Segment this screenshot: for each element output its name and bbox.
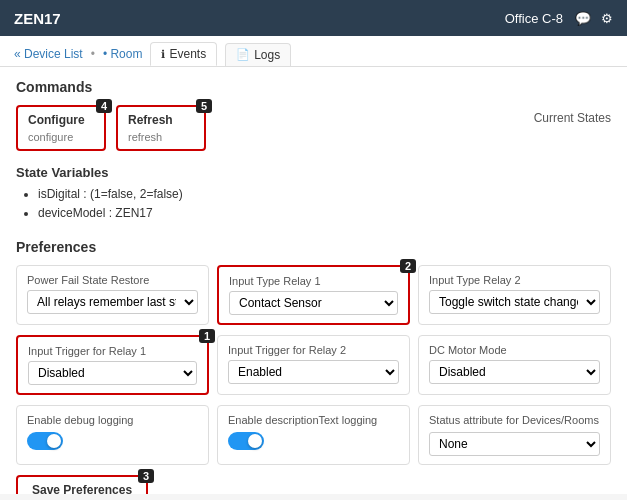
prefs-grid-row2: 1 Input Trigger for Relay 1 Disabled Ena… <box>16 335 611 395</box>
pref-input-type-relay2: Input Type Relay 2 Toggle switch state c… <box>418 265 611 325</box>
tab-logs-label: Logs <box>254 48 280 62</box>
app-header: ZEN17 Office C-8 💬 ⚙ <box>0 0 627 36</box>
configure-label: Configure <box>28 113 94 127</box>
state-var-devicemodel: deviceModel : ZEN17 <box>38 204 611 223</box>
tab-logs[interactable]: 📄 Logs <box>225 43 291 66</box>
tab-events-label: Events <box>169 47 206 61</box>
dc-motor-mode-label: DC Motor Mode <box>429 344 600 356</box>
pref-power-fail: Power Fail State Restore All relays reme… <box>16 265 209 325</box>
preferences-title: Preferences <box>16 239 611 255</box>
toggle-description-logging: Enable descriptionText logging <box>217 405 410 465</box>
debug-logging-toggle[interactable] <box>27 432 63 450</box>
toggle-debug-logging: Enable debug logging <box>16 405 209 465</box>
nav-bar: « Device List • • Room ℹ Events 📄 Logs <box>0 36 627 67</box>
description-logging-label: Enable descriptionText logging <box>228 414 399 426</box>
state-var-isdigital: isDigital : (1=false, 2=false) <box>38 185 611 204</box>
prefs-grid-row1: Power Fail State Restore All relays reme… <box>16 265 611 325</box>
input-trigger-relay1-label: Input Trigger for Relay 1 <box>28 345 197 357</box>
power-fail-label: Power Fail State Restore <box>27 274 198 286</box>
input-type-relay1-badge: 2 <box>400 259 416 273</box>
device-list-link[interactable]: « Device List <box>14 47 83 61</box>
save-preferences-badge: 3 <box>138 469 154 483</box>
pref-dc-motor-mode: DC Motor Mode Disabled Enabled <box>418 335 611 395</box>
room-link[interactable]: • Room <box>103 47 143 61</box>
input-type-relay2-label: Input Type Relay 2 <box>429 274 600 286</box>
configure-sublabel: configure <box>28 131 94 143</box>
configure-command[interactable]: 4 Configure configure <box>16 105 106 151</box>
pref-input-trigger-relay2: Input Trigger for Relay 2 Enabled Disabl… <box>217 335 410 395</box>
refresh-command[interactable]: 5 Refresh refresh <box>116 105 206 151</box>
debug-logging-label: Enable debug logging <box>27 414 198 426</box>
status-attribute-label: Status attribute for Devices/Rooms <box>429 414 600 426</box>
refresh-sublabel: refresh <box>128 131 194 143</box>
pref-input-type-relay1: 2 Input Type Relay 1 Contact Sensor Mome… <box>217 265 410 325</box>
input-type-relay2-select[interactable]: Toggle switch state change Contact Senso… <box>429 290 600 314</box>
message-icon[interactable]: 💬 <box>575 11 591 26</box>
commands-row: 4 Configure configure 5 Refresh refresh … <box>16 105 611 151</box>
dc-motor-mode-select[interactable]: Disabled Enabled <box>429 360 600 384</box>
refresh-label: Refresh <box>128 113 194 127</box>
commands-list: 4 Configure configure 5 Refresh refresh <box>16 105 206 151</box>
tab-events[interactable]: ℹ Events <box>150 42 217 66</box>
description-logging-toggle[interactable] <box>228 432 264 450</box>
commands-title: Commands <box>16 79 611 95</box>
refresh-badge: 5 <box>196 99 212 113</box>
header-right: Office C-8 💬 ⚙ <box>505 11 613 26</box>
input-trigger-relay2-select[interactable]: Enabled Disabled <box>228 360 399 384</box>
input-type-relay1-select[interactable]: Contact Sensor Momentary Switch Toggle S… <box>229 291 398 315</box>
main-content: Commands 4 Configure configure 5 Refresh… <box>0 67 627 494</box>
logs-tab-icon: 📄 <box>236 48 250 61</box>
configure-badge: 4 <box>96 99 112 113</box>
state-vars-list: isDigital : (1=false, 2=false) deviceMod… <box>16 185 611 223</box>
power-fail-select[interactable]: All relays remember last state All relay… <box>27 290 198 314</box>
toggle-row: Enable debug logging Enable descriptionT… <box>16 405 611 465</box>
events-tab-icon: ℹ <box>161 48 165 61</box>
state-variables-section: State Variables isDigital : (1=false, 2=… <box>16 165 611 223</box>
pref-input-trigger-relay1: 1 Input Trigger for Relay 1 Disabled Ena… <box>16 335 209 395</box>
status-attribute-select[interactable]: None switch contact <box>429 432 600 456</box>
input-trigger-relay1-select[interactable]: Disabled Enabled <box>28 361 197 385</box>
input-trigger-relay2-label: Input Trigger for Relay 2 <box>228 344 399 356</box>
input-type-relay1-label: Input Type Relay 1 <box>229 275 398 287</box>
header-icons: 💬 ⚙ <box>575 11 613 26</box>
app-title: ZEN17 <box>14 10 61 27</box>
current-states: Current States <box>534 105 611 125</box>
save-preferences-button[interactable]: Save Preferences 3 <box>16 475 148 494</box>
pref-status-attribute: Status attribute for Devices/Rooms None … <box>418 405 611 465</box>
settings-icon[interactable]: ⚙ <box>601 11 613 26</box>
header-location: Office C-8 <box>505 11 563 26</box>
state-vars-title: State Variables <box>16 165 611 180</box>
save-preferences-label: Save Preferences <box>32 483 132 494</box>
input-trigger-relay1-badge: 1 <box>199 329 215 343</box>
